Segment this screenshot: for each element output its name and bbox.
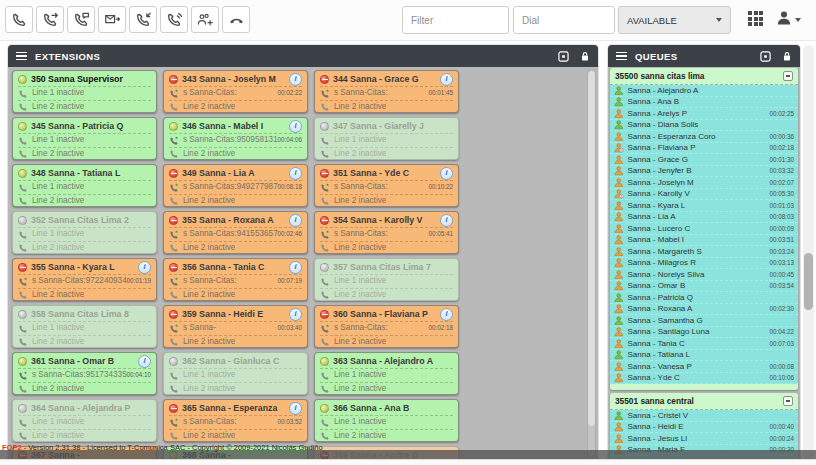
extension-line[interactable]: Line 1 inactive [169, 368, 302, 382]
transfer-button[interactable] [36, 6, 64, 33]
queue-member[interactable]: Sanna - Milagros R00:03:13 [610, 258, 798, 270]
extension-line[interactable]: Line 2 inactive [169, 194, 302, 208]
info-icon[interactable] [440, 167, 453, 180]
extension-line[interactable]: Line 2 inactive [18, 335, 151, 349]
extension-line[interactable]: Line 2 inactive [320, 335, 453, 349]
extension-card[interactable]: 348 Sanna - Tatiana LLine 1 inactiveLine… [12, 164, 157, 207]
extension-line[interactable]: s Sanna-Citas:00:10:22 [320, 180, 453, 194]
extension-card[interactable]: 366 Sanna - Ana BLine 1 inactiveLine 2 i… [314, 399, 459, 442]
queue-member[interactable]: Sanna - Arelys P00:02:25 [610, 108, 798, 120]
extension-line[interactable]: s Sanna-Citas:95173433500:04:10 [18, 368, 151, 382]
extension-line[interactable]: Line 1 inactive [18, 321, 151, 335]
extension-card[interactable]: 343 Sanna - Joselyn Ms Sanna-Citas:00:02… [163, 70, 308, 113]
extension-line[interactable]: Line 2 inactive [320, 429, 453, 443]
extension-card[interactable]: 345 Sanna - Patricia QLine 1 inactiveLin… [12, 117, 157, 160]
extension-line[interactable]: Line 2 inactive [18, 147, 151, 161]
queue-member[interactable]: Sanna - Vanesa P00:00:08 [610, 361, 798, 373]
blind-transfer-button[interactable] [67, 6, 95, 33]
restore-window-icon[interactable] [558, 51, 569, 62]
queue-header[interactable]: 35501 sanna central [610, 393, 798, 410]
extension-card[interactable]: 361 Sanna - Omar Bs Sanna-Citas:95173433… [12, 352, 157, 395]
extension-line[interactable]: Line 1 inactive [18, 415, 151, 429]
queue-member[interactable]: Sanna - Diana Solis [610, 120, 798, 132]
extension-line[interactable]: s Sanna-Citas:00:05:41 [320, 227, 453, 241]
info-icon[interactable] [440, 308, 453, 321]
extension-line[interactable]: Line 2 inactive [169, 100, 302, 114]
queue-member[interactable]: Sanna - Karolly V00:05:30 [610, 189, 798, 201]
info-icon[interactable] [289, 167, 302, 180]
info-icon[interactable] [289, 402, 302, 415]
queue-member[interactable]: Sanna - Jesus Ll00:00:24 [610, 433, 798, 445]
extension-card[interactable]: 363 Sanna - Alejandro ALine 1 inactiveLi… [314, 352, 459, 395]
queue-member[interactable]: Sanna - Mabel I00:03:51 [610, 235, 798, 247]
queue-member[interactable]: Sanna - Jenyfer B00:03:32 [610, 166, 798, 178]
collapse-queue-icon[interactable] [783, 71, 793, 81]
queue-member[interactable]: Sanna - Norelys Silva00:00:45 [610, 269, 798, 281]
queue-member[interactable]: Sanna - Ana B [610, 97, 798, 109]
extensions-scrollbar[interactable] [587, 69, 596, 457]
dial-input[interactable] [513, 6, 615, 34]
queue-member[interactable]: Sanna - Tatiana L [610, 350, 798, 362]
extension-line[interactable]: Line 1 inactive [320, 368, 453, 382]
extension-card[interactable]: 346 Sanna - Mabel Is Sanna-Citas:9509581… [163, 117, 308, 160]
extension-card[interactable]: 360 Sanna - Flaviana Ps Sanna-Citas:00:0… [314, 305, 459, 348]
extension-line[interactable]: Line 2 inactive [320, 241, 453, 255]
extension-line[interactable]: Line 1 inactive [18, 86, 151, 100]
extension-line[interactable]: s Sanna-Citas:95095813100:04:06 [169, 133, 302, 147]
info-icon[interactable] [289, 261, 302, 274]
extension-card[interactable]: 349 Sanna - Lia As Sanna-Citas:949277987… [163, 164, 308, 207]
extension-line[interactable]: Line 2 inactive [320, 147, 453, 161]
filter-input[interactable] [402, 6, 509, 34]
extension-line[interactable]: s Sanna-Citas:94927798700:08:18 [169, 180, 302, 194]
extension-line[interactable]: s Sanna-Citas:00:02:18 [320, 321, 453, 335]
extension-line[interactable]: Line 1 inactive [320, 415, 453, 429]
apps-grid-button[interactable] [748, 11, 763, 26]
extension-line[interactable]: s Sanna-00:03:40 [169, 321, 302, 335]
extension-line[interactable]: Line 2 inactive [18, 382, 151, 396]
queue-member[interactable]: Sanna - Lia A00:08:03 [610, 212, 798, 224]
extension-card[interactable]: 344 Sanna - Grace Gs Sanna-Citas:00:01:4… [314, 70, 459, 113]
page-scrollbar[interactable] [803, 45, 814, 459]
extension-line[interactable]: Line 1 inactive [18, 180, 151, 194]
extension-line[interactable]: Line 1 inactive [18, 227, 151, 241]
extension-card[interactable]: 358 Sanna Citas Lima 8Line 1 inactiveLin… [12, 305, 157, 348]
extension-card[interactable]: 364 Sanna - Alejandra PLine 1 inactiveLi… [12, 399, 157, 442]
extension-card[interactable]: 356 Sanna - Tania Cs Sanna-Citas:00:07:1… [163, 258, 308, 301]
extension-line[interactable]: Line 2 inactive [169, 382, 302, 396]
extension-line[interactable]: s Sanna-Citas:00:07:19 [169, 274, 302, 288]
extension-line[interactable]: Line 2 inactive [320, 288, 453, 302]
queue-member[interactable]: Sanna - Alejandro A [610, 85, 798, 97]
extension-line[interactable]: Line 2 inactive [18, 241, 151, 255]
queue-member[interactable]: Sanna - Kyara L00:01:03 [610, 200, 798, 212]
queue-member[interactable]: Sanna - Grace G00:01:30 [610, 154, 798, 166]
restore-window-icon[interactable] [760, 51, 771, 62]
info-icon[interactable] [289, 120, 302, 133]
extension-card[interactable]: 365 Sanna - Esperanzas Sanna-Citas:00:03… [163, 399, 308, 442]
extension-card[interactable]: 351 Sanna - Yde Cs Sanna-Citas:00:10:22L… [314, 164, 459, 207]
extension-card[interactable]: 350 Sanna SupervisorLine 1 inactiveLine … [12, 70, 157, 113]
user-menu-button[interactable] [776, 10, 801, 30]
dial-button[interactable] [5, 6, 33, 33]
queue-member[interactable]: Sanna - Santiago Luna00:04:22 [610, 327, 798, 339]
info-icon[interactable] [138, 355, 151, 368]
collapse-queue-icon[interactable] [783, 396, 793, 406]
menu-icon[interactable] [616, 52, 627, 61]
info-icon[interactable] [138, 261, 151, 274]
transfer-to-voicemail-button[interactable] [98, 6, 126, 33]
extension-card[interactable]: 353 Sanna - Roxana As Sanna-Citas:941553… [163, 211, 308, 254]
extension-card[interactable]: 355 Sanna - Kyara Ls Sanna-Citas:9722409… [12, 258, 157, 301]
lock-icon[interactable] [782, 51, 792, 62]
extension-line[interactable]: s Sanna-Citas:97224093400:01:19 [18, 274, 151, 288]
spy-button[interactable] [160, 6, 188, 33]
queue-header[interactable]: 35500 sanna citas lima [610, 68, 798, 85]
extension-line[interactable]: s Sanna-Citas:94155365700:02:46 [169, 227, 302, 241]
extension-card[interactable]: 352 Sanna Citas Lima 2Line 1 inactiveLin… [12, 211, 157, 254]
menu-icon[interactable] [16, 52, 27, 61]
extension-line[interactable]: Line 2 inactive [169, 147, 302, 161]
invite-to-conference-button[interactable] [191, 6, 219, 33]
hangup-button[interactable] [222, 6, 250, 33]
extension-line[interactable]: Line 2 inactive [169, 288, 302, 302]
info-icon[interactable] [440, 214, 453, 227]
presence-select[interactable]: AVAILABLE [618, 6, 731, 34]
info-icon[interactable] [440, 73, 453, 86]
